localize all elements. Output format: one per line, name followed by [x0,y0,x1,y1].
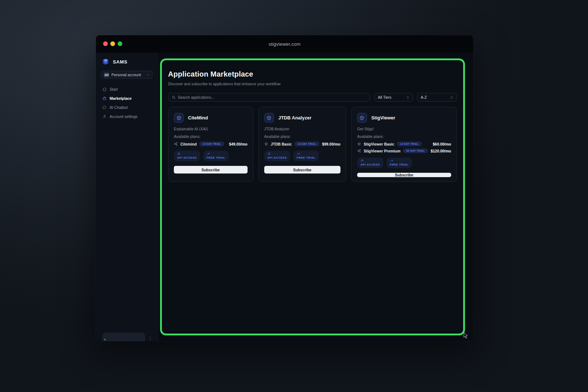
feature-badges: API ACCESS FREE TRIAL [174,151,248,161]
sidebar-item-label: AI Chatbot [110,105,128,110]
plan-name: Citemind [180,142,197,146]
plan-name: JTDB Basic [271,142,292,146]
marketplace-highlight-frame: Application Marketplace Discover and sub… [160,58,465,335]
page-subtitle: Discover and subscribe to applications t… [168,82,457,86]
plan-price: $120.00/mo [430,149,451,153]
kebab-menu-icon[interactable]: ⋮ [148,336,152,340]
page-title: Application Marketplace [168,70,457,78]
subscribe-button[interactable]: Subscribe [174,166,248,173]
plan-price: $99.00/mo [322,142,340,146]
app-name: StigViewer [371,115,395,121]
star-icon [264,142,268,146]
trend-up-icon [297,152,300,155]
plan-row: Citemind 14 DAY TRIAL $49.00/mo [174,142,248,146]
gear-icon [177,152,180,155]
account-initials-badge: AW [104,73,109,77]
share-nodes-icon [357,149,361,153]
app-name: JTDB Analyzer [278,115,311,121]
badge-label: FREE TRIAL [390,163,409,166]
star-icon [357,142,361,146]
card-header: StigViewer [357,113,451,123]
api-access-badge: API ACCESS [264,151,290,161]
plan-row: JTDB Basic 14 DAY TRIAL $99.00/mo [264,142,340,146]
plan-name: StigViewer Basic [364,142,394,146]
cube-icon [264,113,274,123]
marketplace-icon [102,96,107,101]
plan-price: $49.00/mo [229,142,248,146]
close-window-button[interactable] [103,41,108,46]
mouse-cursor [463,332,469,339]
gear-icon [268,152,271,155]
traffic-lights [103,41,122,46]
trial-badge: 14 DAY TRIAL [294,142,319,146]
app-card-citemind: CiteMind Explainable AI (XAI) Available … [168,107,253,182]
titlebar: stigviewer.com [96,35,473,53]
sidebar-nav: Start Marketplace AI Chatbot Account set… [101,85,152,121]
account-label: Personal account [111,73,144,77]
cube-icon [174,113,184,123]
free-trial-badge: FREE TRIAL [387,158,412,168]
card-header: JTDB Analyzer [264,113,340,123]
user-icon [102,114,107,119]
search-box [168,93,370,102]
app-name: CiteMind [188,115,208,121]
plans-label: Available plans: [264,134,340,139]
trial-badge: 14 DAY TRIAL [199,142,224,146]
app-window: stigviewer.com SAMS AW Personal account [96,35,473,341]
trend-up-icon [207,152,210,155]
sidebar-item-label: Account settings [110,114,138,119]
free-trial-badge: FREE TRIAL [293,151,319,161]
chevron-down-icon [146,73,150,77]
minimize-window-button[interactable] [110,41,115,46]
search-input[interactable] [178,95,367,99]
zoom-window-button[interactable] [118,41,122,46]
app-description: JTDB Analyzer [264,127,340,131]
api-access-badge: API ACCESS [357,158,383,168]
plan-row: StigViewer Basic 14 DAY TRIAL $60.00/mo [357,142,451,146]
sidebar-item-start[interactable]: Start [101,85,152,93]
app-description: Get Stigs! [357,127,451,131]
badge-label: FREE TRIAL [207,156,225,159]
sidebar: SAMS AW Personal account Start Marketpla… [96,53,158,341]
account-selector[interactable]: AW Personal account [101,71,152,79]
main-content: Application Marketplace Discover and sub… [158,53,473,341]
share-nodes-icon [174,142,178,146]
sidebar-item-label: Marketplace [110,96,132,101]
brand-name: SAMS [113,59,127,65]
toolbar: All Tiers A-Z [168,93,457,102]
chat-icon [102,105,107,110]
brand: SAMS [101,58,152,65]
card-header: CiteMind [174,113,248,123]
trial-badge: 30 DAY TRIAL [403,148,428,153]
updown-chevron-icon [406,95,409,99]
app-description: Explainable AI (XAI) [174,127,248,131]
api-access-badge: API ACCESS [174,151,200,161]
free-trial-badge: FREE TRIAL [203,151,229,161]
sidebar-item-ai-chatbot[interactable]: AI Chatbot [101,103,152,111]
sams-logo-icon [102,58,110,65]
trend-up-icon [390,159,393,162]
sidebar-item-account-settings[interactable]: Account settings [101,113,152,121]
subscribe-button[interactable]: Subscribe [357,173,451,177]
sort-value: A-Z [421,95,447,99]
subscribe-button[interactable]: Subscribe [264,166,340,173]
plan-row: StigViewer Premium 30 DAY TRIAL $120.00/… [357,148,451,153]
badge-label: API ACCESS [268,156,287,159]
plan-name: StigViewer Premium [364,149,400,153]
badge-label: API ACCESS [177,156,197,159]
feature-badges: API ACCESS FREE TRIAL [264,151,340,161]
sort-select[interactable]: A-Z [417,93,457,102]
gear-icon [360,159,364,162]
tier-filter-value: All Tiers [378,95,403,99]
trial-badge: 14 DAY TRIAL [397,142,422,146]
search-icon [172,95,176,99]
sidebar-item-marketplace[interactable]: Marketplace [101,94,152,102]
app-card-stigviewer: StigViewer Get Stigs! Available plans: S… [351,107,457,182]
window-title: stigviewer.com [269,41,301,47]
sidebar-user-pill[interactable]: ▴ [102,332,145,341]
cube-icon [357,113,367,123]
tier-filter-select[interactable]: All Tiers [374,93,413,102]
plans-label: Available plans: [357,134,451,139]
feature-badges: API ACCESS FREE TRIAL [357,158,451,168]
app-card-jtdb-analyzer: JTDB Analyzer JTDB Analyzer Available pl… [258,107,346,182]
